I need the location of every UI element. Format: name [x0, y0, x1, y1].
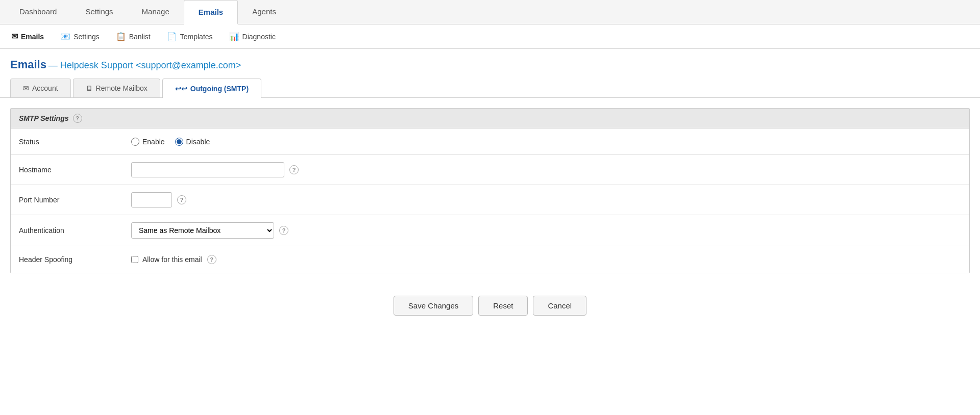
- status-radio-group: Enable Disable: [131, 138, 210, 146]
- tab-outgoing-smtp[interactable]: ↩↩ Outgoing (SMTP): [162, 79, 261, 98]
- smtp-settings-container: SMTP Settings ? Status Enable Disable Ho…: [10, 108, 970, 273]
- authentication-row: Authentication Same as Remote Mailbox No…: [11, 215, 969, 246]
- sub-nav-banlist[interactable]: 📋 Banlist: [113, 30, 154, 43]
- sub-nav-diagnostic[interactable]: 📊 Diagnostic: [226, 30, 279, 43]
- status-label: Status: [19, 138, 131, 146]
- header-spoofing-help-icon[interactable]: ?: [207, 255, 216, 264]
- remote-mailbox-tab-icon: 🖥: [86, 84, 93, 92]
- port-number-help-icon[interactable]: ?: [177, 195, 186, 204]
- status-enable-radio[interactable]: [131, 138, 139, 146]
- top-nav-settings[interactable]: Settings: [71, 0, 127, 24]
- sub-nav-templates[interactable]: 📄 Templates: [164, 30, 216, 43]
- tab-remote-mailbox[interactable]: 🖥 Remote Mailbox: [73, 79, 160, 97]
- status-enable-option[interactable]: Enable: [131, 138, 165, 146]
- sub-nav-banlist-label: Banlist: [129, 33, 151, 41]
- sub-nav: ✉ Emails 📧 Settings 📋 Banlist 📄 Template…: [0, 24, 980, 49]
- sub-nav-templates-label: Templates: [180, 33, 213, 41]
- top-nav-emails[interactable]: Emails: [184, 0, 238, 24]
- top-nav: Dashboard Settings Manage Emails Agents: [0, 0, 980, 24]
- top-nav-dashboard[interactable]: Dashboard: [5, 0, 71, 24]
- status-disable-label: Disable: [186, 138, 210, 146]
- authentication-label: Authentication: [19, 226, 131, 235]
- smtp-settings-help-icon[interactable]: ?: [73, 114, 82, 123]
- status-control: Enable Disable: [131, 138, 961, 146]
- account-tab-icon: ✉: [23, 84, 29, 92]
- cancel-button[interactable]: Cancel: [533, 296, 586, 316]
- port-number-input[interactable]: [131, 192, 172, 208]
- sub-nav-settings-label: Settings: [74, 33, 100, 41]
- diagnostic-icon: 📊: [229, 32, 239, 41]
- header-spoofing-row: Header Spoofing Allow for this email ?: [11, 246, 969, 273]
- header-spoofing-checkbox-option[interactable]: Allow for this email: [131, 255, 202, 264]
- hostname-label: Hostname: [19, 166, 131, 174]
- sub-nav-emails[interactable]: ✉ Emails: [8, 30, 47, 43]
- emails-icon: ✉: [11, 32, 18, 41]
- hostname-input[interactable]: [131, 162, 284, 177]
- hostname-control: ?: [131, 162, 961, 177]
- sub-nav-diagnostic-label: Diagnostic: [242, 33, 276, 41]
- header-spoofing-label: Header Spoofing: [19, 255, 131, 264]
- tab-account[interactable]: ✉ Account: [10, 79, 71, 97]
- status-disable-option[interactable]: Disable: [175, 138, 210, 146]
- page-title-area: Emails — Helpdesk Support <support@examp…: [0, 49, 980, 79]
- page-title: Emails: [10, 58, 46, 71]
- port-number-row: Port Number ?: [11, 185, 969, 215]
- header-spoofing-control: Allow for this email ?: [131, 255, 961, 264]
- authentication-control: Same as Remote Mailbox None Plain Login …: [131, 222, 961, 239]
- outgoing-smtp-tab-icon: ↩↩: [175, 85, 187, 93]
- top-nav-manage[interactable]: Manage: [128, 0, 184, 24]
- action-buttons: Save Changes Reset Cancel: [0, 283, 980, 328]
- smtp-settings-title: SMTP Settings: [19, 114, 69, 122]
- port-number-control: ?: [131, 192, 961, 208]
- port-number-label: Port Number: [19, 196, 131, 204]
- save-changes-button[interactable]: Save Changes: [394, 296, 473, 316]
- header-spoofing-checkbox-label: Allow for this email: [142, 255, 202, 264]
- hostname-help-icon[interactable]: ?: [289, 165, 299, 174]
- smtp-settings-header: SMTP Settings ?: [11, 109, 969, 128]
- top-nav-agents[interactable]: Agents: [238, 0, 290, 24]
- header-spoofing-checkbox[interactable]: [131, 256, 138, 263]
- authentication-select[interactable]: Same as Remote Mailbox None Plain Login …: [131, 222, 274, 239]
- sub-nav-emails-label: Emails: [21, 33, 44, 41]
- authentication-help-icon[interactable]: ?: [279, 226, 288, 235]
- outgoing-smtp-tab-label: Outgoing (SMTP): [190, 85, 249, 93]
- hostname-row: Hostname ?: [11, 155, 969, 185]
- status-disable-radio[interactable]: [175, 138, 183, 146]
- reset-button[interactable]: Reset: [478, 296, 528, 316]
- sub-nav-settings[interactable]: 📧 Settings: [57, 30, 103, 43]
- templates-icon: 📄: [167, 32, 177, 41]
- page-subtitle: — Helpdesk Support <support@example.com>: [48, 60, 241, 70]
- status-enable-label: Enable: [142, 138, 165, 146]
- section-tabs: ✉ Account 🖥 Remote Mailbox ↩↩ Outgoing (…: [0, 79, 980, 98]
- settings-icon: 📧: [60, 32, 70, 41]
- banlist-icon: 📋: [116, 32, 126, 41]
- status-row: Status Enable Disable: [11, 128, 969, 155]
- account-tab-label: Account: [32, 84, 58, 92]
- remote-mailbox-tab-label: Remote Mailbox: [96, 84, 148, 92]
